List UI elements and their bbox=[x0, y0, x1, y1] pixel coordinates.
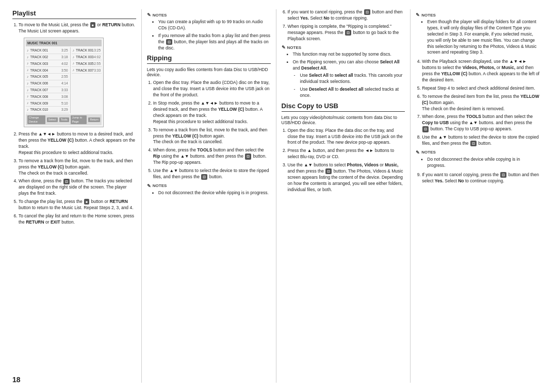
col-ripping: ✎ NOTES You can create a playlist with u… bbox=[142, 9, 276, 383]
list-item: Use the ▲▼ buttons to select the device … bbox=[153, 168, 271, 180]
notes-list: You can create a playlist with up to 99 … bbox=[154, 19, 271, 51]
notes-label: NOTES bbox=[421, 150, 436, 155]
list-item: Repeat Step 4 to select and check additi… bbox=[422, 86, 539, 92]
button-icon: ⊡ bbox=[500, 172, 506, 178]
list-item: To cancel the play list and return to th… bbox=[19, 213, 136, 226]
notes-icon: ✎ bbox=[416, 150, 420, 155]
list-item: With the Playback screen displayed, use … bbox=[422, 59, 539, 83]
button-icon: ⊡ bbox=[345, 30, 351, 36]
select-all-label: Select All bbox=[380, 59, 400, 64]
list-item: To remove a track from the list, move to… bbox=[19, 158, 136, 177]
music-label: Music, bbox=[385, 162, 398, 167]
track-row: ♪TRACK 0013:25 bbox=[72, 47, 102, 54]
return-label: RETURN bbox=[26, 219, 44, 225]
toolbar-btn[interactable]: Change Device bbox=[27, 115, 45, 124]
notes-icon: ✎ bbox=[416, 12, 420, 18]
notes-content: You can create a playlist with up to 99 … bbox=[149, 19, 271, 51]
return-label: RETURN bbox=[109, 199, 127, 204]
notes-list: Do not disconnect the device while copyi… bbox=[423, 157, 539, 169]
toolbar-btn[interactable]: Select bbox=[47, 117, 58, 123]
list-item: Open the disc tray. Place the audio (CDD… bbox=[153, 80, 271, 98]
disc-copy-steps-end: If you want to cancel copying, press the… bbox=[422, 172, 539, 184]
button-icon: ■ bbox=[84, 199, 89, 204]
exit-label: EXIT bbox=[51, 219, 60, 225]
note-item: Do not disconnect the device while rippi… bbox=[154, 190, 271, 196]
list-item: Use the ▲▼ buttons to select Photos, Vid… bbox=[288, 162, 405, 193]
notes-content: This function may not be supported by so… bbox=[284, 52, 405, 98]
button-icon: ⊡ bbox=[470, 141, 477, 146]
button-icon: ⊡ bbox=[201, 174, 207, 180]
note-item: You can create a playlist with up to 99 … bbox=[154, 19, 271, 31]
tools-label: TOOLS bbox=[466, 114, 481, 119]
col-disc-copy-cont: ✎ NOTES Even though the player will disp… bbox=[411, 9, 545, 383]
list-item: In Stop mode, press the ▲▼◄► buttons to … bbox=[153, 100, 271, 125]
track-row: ♪TRACK 0034:02 bbox=[72, 54, 102, 61]
list-item: When done, press the TOOLS button and th… bbox=[153, 147, 271, 166]
track-row: ♪TRACK 0103:29 bbox=[26, 107, 69, 113]
track-row: ♪TRACK 0013:25 bbox=[26, 47, 69, 54]
no-label: No bbox=[323, 15, 329, 21]
list-item: When done, press the TOOLS button and th… bbox=[422, 114, 539, 132]
list-item: Use the ▲▼ buttons to select the device … bbox=[422, 134, 539, 147]
track-row: ♪TRACK 0083:08 bbox=[26, 93, 69, 100]
toolbar-btn[interactable]: Return bbox=[88, 117, 100, 123]
ripping-steps: Open the disc tray. Place the audio (CDD… bbox=[153, 80, 271, 180]
notes-content: Do not disconnect the device while rippi… bbox=[149, 190, 271, 196]
notes-header: ✎ NOTES bbox=[147, 12, 271, 18]
notes-box-3: ✎ NOTES This function may not be support… bbox=[282, 45, 405, 98]
notes-label: NOTES bbox=[153, 183, 167, 188]
notes-box-2: ✎ NOTES Do not disconnect the device whi… bbox=[147, 183, 271, 196]
notes-header: ✎ NOTES bbox=[416, 150, 539, 155]
yes-label: Yes. bbox=[300, 15, 309, 21]
note-item: Do not disconnect the device while copyi… bbox=[423, 157, 539, 169]
music-label: Music, bbox=[502, 65, 515, 70]
button-icon: ⊡ bbox=[245, 154, 251, 159]
note-item: This function may not be supported by so… bbox=[289, 52, 405, 58]
button-icon: ■ bbox=[90, 22, 95, 28]
list-item: If you want to cancel ripping, press the… bbox=[288, 9, 405, 22]
col-playlist: Playlist To move to the Music List, pres… bbox=[12, 9, 142, 383]
notes-box-5: ✎ NOTES Do not disconnect the device whi… bbox=[416, 150, 539, 169]
no-label: No bbox=[458, 178, 464, 183]
photos-label: Photos, Videos bbox=[347, 162, 379, 167]
copy-usb-label: Copy to USB bbox=[422, 120, 449, 125]
notes-label: NOTES bbox=[421, 13, 436, 18]
disc-copy-intro: Lets you copy video/photo/music contents… bbox=[282, 115, 405, 125]
list-item: To change the play list, press the ■ but… bbox=[19, 199, 136, 211]
col-disc-copy: If you want to cancel ripping, press the… bbox=[276, 9, 411, 383]
notes-content: Do not disconnect the device while copyi… bbox=[418, 157, 539, 169]
toolbar-btn[interactable]: Tools bbox=[59, 117, 69, 123]
heading-disc-copy: Disc Copy to USB bbox=[282, 102, 405, 112]
yellow-c-label: YELLOW (C) bbox=[38, 164, 64, 169]
track-row: ♪TRACK 0073:33 bbox=[72, 67, 102, 74]
videos-label: Videos, Photos, bbox=[463, 65, 496, 70]
note-item: If you remove all the tracks from a play… bbox=[154, 33, 271, 52]
heading-playlist: Playlist bbox=[12, 9, 136, 19]
playlist-steps: To move to the Music List, press the ■ o… bbox=[19, 22, 136, 226]
disc-copy-steps: Open the disc tray. Place the data disc … bbox=[288, 128, 405, 193]
notes-label: NOTES bbox=[287, 45, 302, 50]
track-row: ♪TRACK 0034:02 bbox=[26, 60, 69, 67]
track-row: ♪TRACK 0052:55 bbox=[72, 60, 102, 67]
button-icon: ⊡ bbox=[63, 179, 70, 184]
note-item: On the Ripping screen, you can also choo… bbox=[289, 59, 405, 98]
notes-content: Even though the player will display fold… bbox=[418, 19, 539, 56]
track-row: ♪TRACK 0043:50 bbox=[26, 67, 69, 74]
notes-header: ✎ NOTES bbox=[282, 45, 405, 50]
notes-header: ✎ NOTES bbox=[147, 183, 271, 189]
tools-label: TOOLS bbox=[197, 147, 212, 152]
ripping-steps-cont: If you want to cancel ripping, press the… bbox=[288, 9, 405, 42]
rip-label: Rip bbox=[153, 154, 160, 159]
select-all-action: select all bbox=[335, 73, 353, 78]
list-item: When done, press the ⊡ button. The track… bbox=[19, 178, 136, 197]
notes-list: This function may not be supported by so… bbox=[289, 52, 405, 98]
toolbar-btn[interactable]: Jump to Page bbox=[71, 115, 87, 124]
music-list-header: MUSIC TRACK 001 bbox=[26, 40, 102, 46]
notes-box-1: ✎ NOTES You can create a playlist with u… bbox=[147, 12, 271, 51]
list-item: Open the disc tray. Place the data disc … bbox=[288, 128, 405, 146]
disc-copy-steps-cont: With the Playback screen displayed, use … bbox=[422, 59, 539, 147]
notes-icon: ✎ bbox=[282, 45, 286, 50]
page-number: 18 bbox=[12, 376, 21, 384]
ripping-intro: Lets you copy audio files contents from … bbox=[147, 67, 271, 77]
notes-list: Do not disconnect the device while rippi… bbox=[154, 190, 271, 196]
